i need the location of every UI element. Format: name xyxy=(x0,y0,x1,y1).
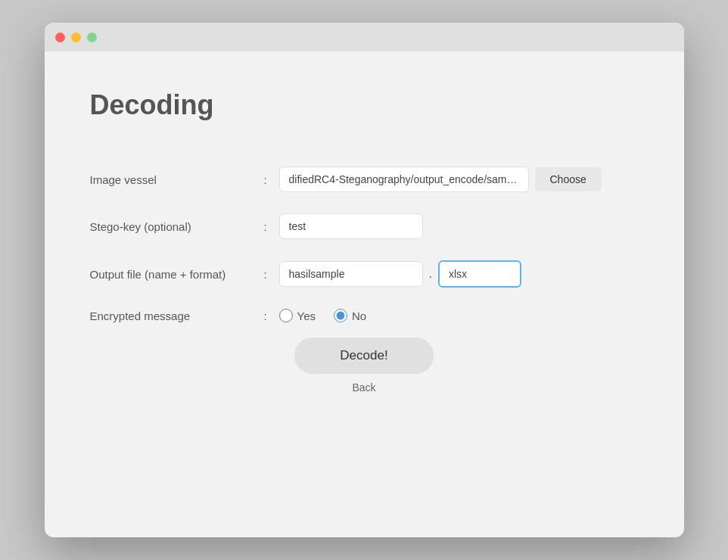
no-radio-text: No xyxy=(352,310,366,322)
yes-radio-text: Yes xyxy=(297,310,316,322)
image-vessel-label: Image vessel xyxy=(90,173,264,186)
image-vessel-colon: : xyxy=(264,173,279,186)
titlebar xyxy=(45,23,684,51)
minimize-button[interactable] xyxy=(71,33,81,42)
dot-separator: . xyxy=(429,267,432,281)
image-vessel-row: Image vessel : Choose xyxy=(90,166,639,192)
encrypted-message-controls: Yes No xyxy=(279,309,639,322)
no-radio-input[interactable] xyxy=(334,309,347,322)
encrypted-message-row: Encrypted message : Yes No xyxy=(90,309,639,322)
actions: Decode! Back xyxy=(90,338,639,394)
stego-key-row: Stego-key (optional) : xyxy=(90,213,639,239)
app-window: Decoding Image vessel : Choose Stego-key… xyxy=(45,23,684,537)
output-file-controls: . xyxy=(279,260,639,288)
main-content: Decoding Image vessel : Choose Stego-key… xyxy=(45,51,684,537)
image-vessel-input[interactable] xyxy=(279,166,529,192)
stego-key-colon: : xyxy=(264,220,279,233)
output-format-input[interactable] xyxy=(438,260,521,288)
image-vessel-controls: Choose xyxy=(279,166,639,192)
yes-radio-label[interactable]: Yes xyxy=(279,309,316,322)
output-file-row: Output file (name + format) : . xyxy=(90,260,639,288)
page-title: Decoding xyxy=(90,89,639,121)
form: Image vessel : Choose Stego-key (optiona… xyxy=(90,166,639,322)
decode-button[interactable]: Decode! xyxy=(294,338,433,374)
output-file-colon: : xyxy=(264,268,279,281)
output-name-input[interactable] xyxy=(279,261,423,287)
encrypted-message-label: Encrypted message xyxy=(90,310,264,322)
output-file-label: Output file (name + format) xyxy=(90,268,264,281)
yes-radio-input[interactable] xyxy=(279,309,293,322)
maximize-button[interactable] xyxy=(87,33,97,42)
stego-key-label: Stego-key (optional) xyxy=(90,220,264,233)
back-button[interactable]: Back xyxy=(352,381,375,394)
close-button[interactable] xyxy=(55,33,65,42)
choose-button[interactable]: Choose xyxy=(535,167,602,191)
no-radio-label[interactable]: No xyxy=(334,309,366,322)
stego-key-controls xyxy=(279,213,639,239)
stego-key-input[interactable] xyxy=(279,213,423,239)
encrypted-message-colon: : xyxy=(264,310,279,322)
